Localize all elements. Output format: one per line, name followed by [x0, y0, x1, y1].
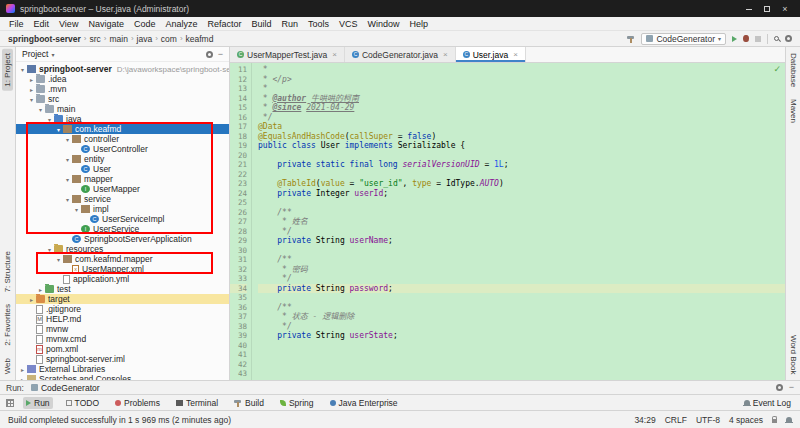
tool-window-button-run[interactable]: Run [23, 397, 53, 409]
run-tab[interactable]: CodeGenerator [31, 383, 100, 393]
tool-button-database[interactable]: Database [788, 49, 799, 91]
tree-item-scratches-and-consoles[interactable]: ▸Scratches and Consoles [16, 374, 229, 380]
inspections-ok-icon[interactable]: ✓ [773, 64, 781, 74]
collapse-arrow-icon[interactable]: ▾ [73, 206, 80, 213]
collapse-arrow-icon[interactable]: ▾ [28, 96, 35, 103]
breadcrumb-item-keafmd[interactable]: keafmd [186, 34, 214, 44]
tree-item-impl[interactable]: ▾impl [16, 204, 229, 214]
maximize-button[interactable] [758, 4, 776, 14]
tree-item-idea[interactable]: ▸.idea [16, 74, 229, 84]
expand-arrow-icon[interactable]: ▸ [19, 366, 26, 373]
tool-button-2-favorites[interactable]: 2: Favorites [2, 300, 13, 350]
indent-style[interactable]: 4 spaces [729, 415, 763, 425]
menu-window[interactable]: Window [363, 19, 405, 29]
line-ending[interactable]: CRLF [665, 415, 687, 425]
hide-panel-icon[interactable]: − [218, 50, 223, 59]
breadcrumb-item-src[interactable]: src [89, 34, 100, 44]
settings-icon[interactable] [785, 35, 792, 42]
menu-view[interactable]: View [54, 19, 83, 29]
tool-button-word-book[interactable]: Word Book [788, 331, 799, 378]
bell-icon[interactable] [786, 417, 792, 422]
code-area[interactable]: 1112131415161718192021222324252627282930… [230, 63, 785, 380]
tree-item-mvn[interactable]: ▸.mvn [16, 84, 229, 94]
tool-button-web[interactable]: Web [2, 354, 13, 378]
tool-window-button-java-enterprise[interactable]: Java Enterprise [327, 397, 401, 409]
hide-icon[interactable]: − [789, 383, 794, 392]
tree-item-src[interactable]: ▾src [16, 94, 229, 104]
run-button[interactable] [732, 36, 737, 42]
menu-vcs[interactable]: VCS [334, 19, 363, 29]
close-icon[interactable]: × [513, 50, 518, 59]
close-button[interactable]: × [776, 4, 794, 14]
gear-icon[interactable] [206, 51, 213, 58]
tool-window-button-event-log[interactable]: Event Log [741, 397, 794, 409]
tree-item-application-yml[interactable]: application.yml [16, 274, 229, 284]
collapse-arrow-icon[interactable]: ▾ [55, 126, 62, 133]
tree-item-controller[interactable]: ▾controller [16, 134, 229, 144]
tree-item-springboot-server[interactable]: ▾springboot-serverD:\javaworkspace\sprin… [16, 64, 229, 74]
tree-item-com-keafmd[interactable]: ▾com.keafmd [16, 124, 229, 134]
lock-icon[interactable] [772, 419, 777, 423]
build-icon[interactable] [627, 35, 635, 43]
tool-window-button-spring[interactable]: Spring [277, 397, 317, 409]
collapse-arrow-icon[interactable]: ▾ [64, 196, 71, 203]
menu-refactor[interactable]: Refactor [202, 19, 246, 29]
tool-window-button-terminal[interactable]: Terminal [173, 397, 221, 409]
tree-item-test[interactable]: ▸test [16, 284, 229, 294]
tab-usermappertest-java[interactable]: CUserMapperTest.java× [230, 47, 345, 62]
collapse-arrow-icon[interactable]: ▾ [46, 246, 53, 253]
collapse-arrow-icon[interactable]: ▾ [64, 176, 71, 183]
file-encoding[interactable]: UTF-8 [696, 415, 720, 425]
tree-item-java[interactable]: ▾java [16, 114, 229, 124]
tree-item-help-md[interactable]: HELP.md [16, 314, 229, 324]
menu-analyze[interactable]: Analyze [160, 19, 202, 29]
chevron-down-icon[interactable]: ▾ [51, 51, 54, 58]
tree-item-main[interactable]: ▾main [16, 104, 229, 114]
tree-item-resources[interactable]: ▾resources [16, 244, 229, 254]
tree-item-target[interactable]: ▸target [16, 294, 229, 304]
menu-help[interactable]: Help [405, 19, 434, 29]
tree-item-user[interactable]: User [16, 164, 229, 174]
breadcrumb-item-springboot-server[interactable]: springboot-server [8, 34, 81, 44]
search-icon[interactable] [774, 36, 779, 41]
menu-build[interactable]: Build [246, 19, 276, 29]
tool-button-maven[interactable]: Maven [788, 95, 799, 127]
tool-window-button-todo[interactable]: TODO [63, 397, 102, 409]
breadcrumb-item-com[interactable]: com [161, 34, 177, 44]
tree-item-service[interactable]: ▾service [16, 194, 229, 204]
tree-item-springboot-server-iml[interactable]: springboot-server.iml [16, 354, 229, 364]
close-icon[interactable]: × [443, 50, 448, 59]
tree-item-userserviceimpl[interactable]: UserServiceImpl [16, 214, 229, 224]
collapse-arrow-icon[interactable]: ▾ [46, 116, 53, 123]
tool-window-button-build[interactable]: Build [231, 397, 267, 409]
expand-arrow-icon[interactable]: ▸ [28, 86, 35, 93]
tool-window-button-problems[interactable]: Problems [112, 397, 163, 409]
tree-item-mapper[interactable]: ▾mapper [16, 174, 229, 184]
tool-button-1-project[interactable]: 1: Project [2, 49, 13, 91]
stop-button[interactable] [755, 36, 761, 42]
gear-icon[interactable] [776, 384, 783, 391]
breadcrumb-item-java[interactable]: java [137, 34, 153, 44]
debug-button[interactable] [743, 35, 749, 42]
collapse-arrow-icon[interactable]: ▾ [55, 256, 62, 263]
collapse-arrow-icon[interactable]: ▾ [64, 136, 71, 143]
tree-item-pom-xml[interactable]: pom.xml [16, 344, 229, 354]
menu-run[interactable]: Run [277, 19, 304, 29]
collapse-arrow-icon[interactable]: ▾ [37, 106, 44, 113]
menu-navigate[interactable]: Navigate [83, 19, 129, 29]
menu-edit[interactable]: Edit [29, 19, 55, 29]
run-config-selector[interactable]: CodeGenerator ▾ [641, 33, 726, 45]
tree-item-mvnw[interactable]: mvnw [16, 324, 229, 334]
expand-arrow-icon[interactable]: ▸ [28, 76, 35, 83]
tree-item-gitignore[interactable]: .gitignore [16, 304, 229, 314]
tool-button-7-structure[interactable]: 7: Structure [2, 247, 13, 296]
tool-windows-icon[interactable] [6, 399, 14, 407]
menu-file[interactable]: File [4, 19, 29, 29]
expand-arrow-icon[interactable]: ▸ [19, 376, 26, 381]
tree-item-usermapper[interactable]: UserMapper [16, 184, 229, 194]
tab-codegenerator-java[interactable]: CCodeGenerator.java× [345, 47, 456, 62]
tree-item-springbootserverapplication[interactable]: SpringbootServerApplication [16, 234, 229, 244]
tab-user-java[interactable]: CUser.java× [456, 47, 526, 62]
tree-item-userservice[interactable]: UserService [16, 224, 229, 234]
tree-item-external-libraries[interactable]: ▸External Libraries [16, 364, 229, 374]
